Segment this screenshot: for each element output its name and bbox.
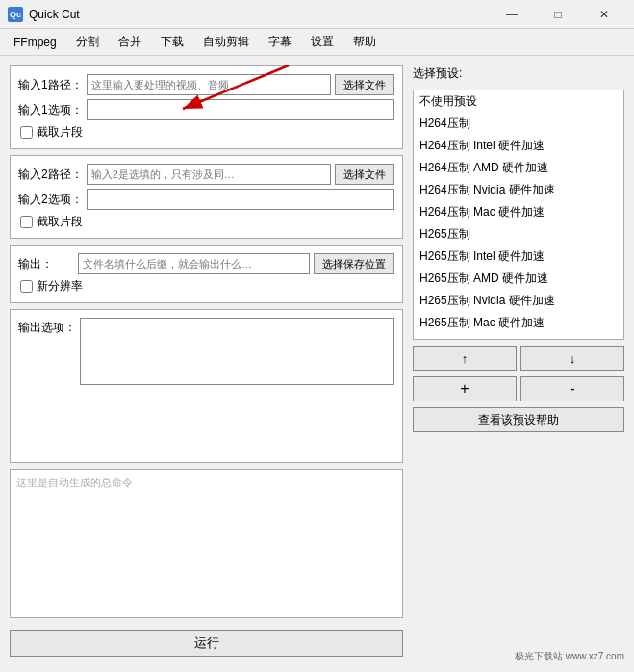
input1-clip-label: 截取片段 <box>37 124 83 141</box>
left-panel: 输入1路径： 选择文件 输入1选项： 截取片段 输入2路径： 选择文件 输入2选… <box>10 65 403 662</box>
output-label: 输出： <box>18 256 74 272</box>
menu-item-split[interactable]: 分割 <box>66 30 109 54</box>
list-item[interactable]: H264压制 AMD 硬件加速 <box>414 157 623 179</box>
list-item[interactable]: 不使用预设 <box>414 90 623 113</box>
menu-item-merge[interactable]: 合并 <box>109 30 151 54</box>
output-options-label: 输出选项： <box>18 318 76 336</box>
preset-list[interactable]: 不使用预设 H264压制 H264压制 Intel 硬件加速 H264压制 AM… <box>413 90 624 340</box>
app-title: Quick Cut <box>29 8 80 21</box>
input1-options-label: 输入1选项： <box>18 102 83 118</box>
menu-item-subtitle[interactable]: 字幕 <box>259 30 301 54</box>
command-area: 这里是自动生成的总命令 <box>10 469 403 619</box>
list-item[interactable]: H265压制 Mac 硬件加速 <box>414 312 623 334</box>
input1-clip-checkbox[interactable] <box>20 126 33 139</box>
input2-path-field[interactable] <box>87 164 331 185</box>
output-options-textarea[interactable] <box>80 318 394 385</box>
run-button[interactable]: 运行 <box>10 630 403 657</box>
input1-browse-button[interactable]: 选择文件 <box>335 74 394 95</box>
output-options-section: 输出选项： <box>10 309 403 463</box>
input2-clip-checkbox[interactable] <box>20 216 33 228</box>
list-item[interactable]: H264压制 Mac 硬件加速 <box>414 201 623 223</box>
watermark-bar: 极光下载站 www.xz7.com <box>495 643 630 670</box>
menu-item-auto-edit[interactable]: 自动剪辑 <box>193 30 259 54</box>
app-icon: Qc <box>8 7 23 22</box>
output-resolution-label: 新分辨率 <box>37 278 83 295</box>
input1-path-field[interactable] <box>87 74 331 95</box>
output-resolution-checkbox[interactable] <box>20 280 33 293</box>
preset-remove-button[interactable]: - <box>520 376 624 401</box>
menu-item-download[interactable]: 下载 <box>151 30 193 54</box>
preset-add-button[interactable]: + <box>413 376 517 401</box>
input1-section: 输入1路径： 选择文件 输入1选项： 截取片段 <box>10 65 403 149</box>
input2-options-label: 输入2选项： <box>18 192 83 208</box>
watermark-text: 极光下载站 www.xz7.com <box>515 650 624 663</box>
menu-item-ffmpeg[interactable]: FFmpeg <box>4 32 66 53</box>
output-browse-button[interactable]: 选择保存位置 <box>314 253 394 274</box>
close-button[interactable]: ✕ <box>582 0 626 29</box>
menu-item-settings[interactable]: 设置 <box>301 30 343 54</box>
list-item[interactable]: H265压制 <box>414 223 623 246</box>
preset-down-button[interactable]: ↓ <box>520 346 624 371</box>
preset-up-button[interactable]: ↑ <box>413 346 517 371</box>
list-item[interactable]: H265压制 Intel 硬件加速 <box>414 246 623 268</box>
minimize-button[interactable]: — <box>490 0 534 29</box>
input2-clip-label: 截取片段 <box>37 214 83 230</box>
output-path-field[interactable] <box>78 253 310 274</box>
input1-path-label: 输入1路径： <box>18 77 83 93</box>
preset-label: 选择预设: <box>413 65 624 82</box>
input1-options-field[interactable] <box>87 99 394 120</box>
list-item[interactable]: H264压制 Nvidia 硬件加速 <box>414 179 623 201</box>
title-bar: Qc Quick Cut — □ ✕ <box>0 0 634 29</box>
input2-path-label: 输入2路径： <box>18 167 83 183</box>
list-item[interactable]: H265压制 AMD 硬件加速 <box>414 268 623 290</box>
list-item[interactable]: H264压制目标比特率6000k <box>414 334 623 340</box>
preset-help-button[interactable]: 查看该预设帮助 <box>413 407 624 432</box>
input2-browse-button[interactable]: 选择文件 <box>335 164 394 185</box>
command-placeholder: 这里是自动生成的总命令 <box>16 477 133 488</box>
menu-bar: FFmpeg 分割 合并 下载 自动剪辑 字幕 设置 帮助 <box>0 29 634 56</box>
list-item[interactable]: H264压制 <box>414 113 623 135</box>
menu-item-help[interactable]: 帮助 <box>343 30 386 54</box>
list-item[interactable]: H265压制 Nvidia 硬件加速 <box>414 290 623 312</box>
input2-options-field[interactable] <box>87 189 394 210</box>
output-section: 输出： 选择保存位置 新分辨率 <box>10 245 403 303</box>
input2-section: 输入2路径： 选择文件 输入2选项： 截取片段 <box>10 155 403 239</box>
maximize-button[interactable]: □ <box>536 0 580 29</box>
right-panel: 选择预设: 不使用预设 H264压制 H264压制 Intel 硬件加速 H26… <box>413 65 624 662</box>
list-item[interactable]: H264压制 Intel 硬件加速 <box>414 135 623 157</box>
